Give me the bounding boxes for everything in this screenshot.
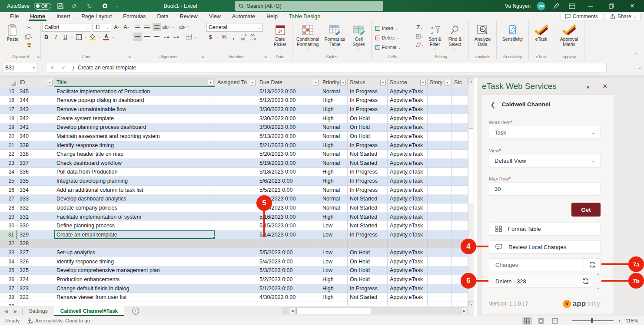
cell-story[interactable] (428, 248, 452, 257)
restore-button[interactable] (604, 0, 619, 12)
get-button[interactable]: Get (571, 203, 601, 217)
horizontal-scrollbar[interactable]: ⋮ ◀ ▶ (282, 307, 468, 315)
refresh-all-button[interactable] (584, 259, 600, 271)
ink-pen-icon[interactable] (551, 3, 561, 9)
cell-id[interactable]: 323 (17, 284, 54, 293)
cell-story[interactable] (428, 204, 452, 213)
cell-status[interactable]: Not Started (348, 221, 388, 230)
autosum-icon[interactable]: Σ⌄ (415, 23, 425, 31)
delete-cells-button[interactable]: Delete⌄ (375, 33, 412, 43)
cell-source[interactable]: Appvity.eTask (388, 177, 428, 186)
cell-source[interactable]: Appvity.eTask (388, 105, 428, 114)
row-header[interactable]: 27 (0, 195, 17, 204)
cell-status[interactable] (348, 240, 388, 249)
formula-bar-splitter[interactable]: ⋮ (40, 65, 46, 70)
cell-story[interactable] (428, 186, 452, 195)
cell-id[interactable]: 344 (17, 96, 54, 105)
review-local-changes-button[interactable]: Review Local Changes (489, 240, 601, 253)
cell-status[interactable]: On Hold (348, 257, 388, 266)
cell-priority[interactable]: High (320, 168, 348, 177)
cell-priority[interactable]: High (320, 293, 348, 302)
ribbon-tab-table-design[interactable]: Table Design (283, 12, 326, 21)
increase-decimal-icon[interactable]: ←.0.00 (239, 33, 247, 41)
orientation-icon[interactable]: ab⟋ (162, 23, 170, 31)
cell-due[interactable]: 5/21/2023 0:00 (257, 141, 320, 150)
analyze-data-button[interactable]: Analyze Data (471, 22, 494, 53)
cell-assigned[interactable] (215, 240, 257, 249)
cell-assigned[interactable] (215, 177, 257, 186)
increase-font-icon[interactable]: A˄ (113, 23, 121, 32)
cell-title[interactable]: Facilitate implementation of system (54, 213, 215, 222)
cell-source[interactable]: Appvity.eTask (388, 257, 428, 266)
cell-assigned[interactable] (215, 150, 257, 159)
clear-icon[interactable]: ⌄ (415, 41, 425, 49)
cell-due[interactable] (257, 302, 320, 306)
comments-button[interactable]: Comments (561, 13, 602, 20)
cell-priority[interactable]: Normal (320, 132, 348, 141)
cell-id[interactable]: 326 (17, 257, 54, 266)
cell-source[interactable]: Appvity.eTask (388, 114, 428, 123)
cell-stc[interactable] (452, 195, 468, 204)
cell-assigned[interactable] (215, 114, 257, 123)
cell-title[interactable] (54, 302, 215, 306)
cell-stc[interactable] (452, 293, 468, 302)
cell-status[interactable]: Not Started (348, 150, 388, 159)
decrease-decimal-icon[interactable]: .00→.0 (249, 33, 257, 41)
ribbon-tab-automate[interactable]: Automate (226, 12, 261, 21)
copy-icon[interactable]: ⌄ (24, 33, 34, 40)
cell-priority[interactable]: High (320, 105, 348, 114)
redo-icon[interactable]: ↻⌄ (85, 3, 96, 9)
filter-icon[interactable]: ▾ (420, 80, 426, 85)
format-cells-button[interactable]: Format⌄ (375, 43, 412, 52)
cell-due[interactable]: 5/4/2023 0:00 (257, 257, 320, 266)
cell-id[interactable]: 338 (17, 150, 54, 159)
column-header-title[interactable]: Title▾ (54, 78, 215, 87)
column-header-story[interactable]: Story▾ (428, 78, 452, 87)
cell-title[interactable]: Remove unmaintainable flow (54, 105, 215, 114)
decrease-font-icon[interactable]: A˅ (122, 23, 130, 32)
cell-source[interactable] (388, 240, 428, 249)
cell-assigned[interactable] (215, 186, 257, 195)
vertical-scroll-thumb[interactable] (469, 128, 473, 204)
alignment-dialog-launcher-icon[interactable]: ⇲ (201, 55, 204, 59)
cell-id[interactable]: 345 (17, 87, 54, 96)
cell-id[interactable]: 337 (17, 159, 54, 168)
sheet-tab-caldwell-channel-task[interactable]: Caldwell Channel#Task (54, 306, 125, 316)
cell-story[interactable] (428, 275, 452, 284)
conditional-formatting-button[interactable]: Conditional Formatting ⌄ (294, 22, 321, 53)
row-header[interactable]: 15 (0, 87, 17, 96)
cell-due[interactable]: 5/13/2023 0:00 (257, 87, 320, 96)
format-painter-icon[interactable] (24, 41, 34, 49)
cell-assigned[interactable] (215, 293, 257, 302)
number-dialog-launcher-icon[interactable]: ⇲ (264, 55, 267, 59)
changes-list-scrollbar[interactable]: ▲▼ (596, 272, 601, 290)
insert-cells-button[interactable]: Insert⌄ (375, 24, 412, 33)
cell-title[interactable]: Identify response timing (54, 257, 215, 266)
avatar[interactable]: VN (537, 2, 545, 10)
cell-source[interactable]: Appvity.eTask (388, 284, 428, 293)
zoom-slider-thumb[interactable] (591, 318, 593, 323)
pane-close-icon[interactable]: ✕ (602, 82, 608, 90)
ribbon-tab-review[interactable]: Review (174, 12, 203, 21)
cell-id[interactable]: 327 (17, 248, 54, 257)
cell-title[interactable]: Change default fields in dialog (54, 284, 215, 293)
cell-stc[interactable] (452, 213, 468, 222)
column-header-priority[interactable]: Priority▾ (320, 78, 348, 87)
record-icon[interactable] (101, 3, 109, 9)
autosave-toggle[interactable]: Off (34, 3, 51, 10)
share-button[interactable]: Share ⌄ (606, 13, 641, 20)
cell-source[interactable]: Appvity.eTask (388, 168, 428, 177)
cell-due[interactable]: 3/30/2023 0:00 (257, 114, 320, 123)
cell-status[interactable]: In Progress (348, 96, 388, 105)
cell-status[interactable]: Not Started (348, 195, 388, 204)
etask-button[interactable]: eTask (530, 22, 552, 53)
cell-stc[interactable] (452, 177, 468, 186)
cell-story[interactable] (428, 168, 452, 177)
cell-assigned[interactable] (215, 141, 257, 150)
row-header[interactable]: 28 (0, 204, 17, 213)
cell-due[interactable]: 5/14/2023 0:00 (257, 230, 320, 240)
row-header[interactable]: 39 (0, 302, 17, 306)
cell-title[interactable]: Add an additional column to task list (54, 186, 215, 195)
cell-status[interactable]: In Progress (348, 168, 388, 177)
cell-story[interactable] (428, 230, 452, 240)
